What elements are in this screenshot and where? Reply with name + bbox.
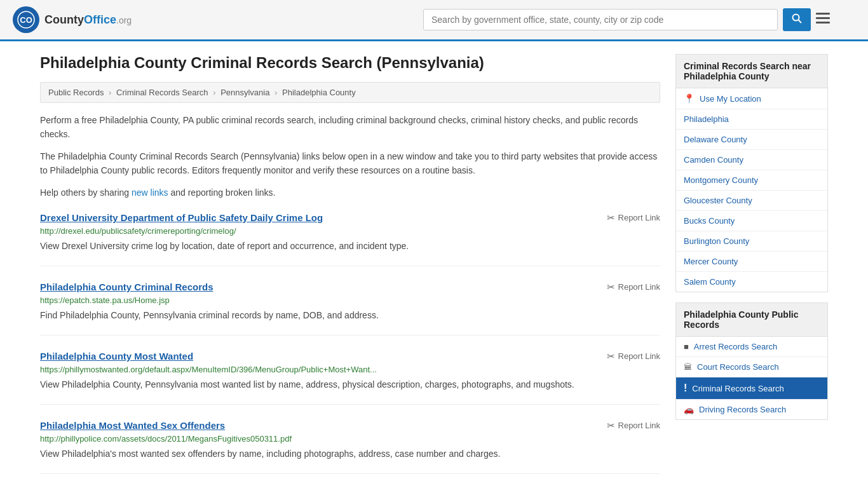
sidebar-link-gloucester-label: Gloucester County <box>684 196 752 205</box>
sidebar-link-philadelphia[interactable]: Philadelphia <box>676 109 827 130</box>
location-icon: 📍 <box>684 93 695 104</box>
result-title-2[interactable]: Philadelphia County Criminal Records <box>40 281 214 292</box>
sidebar: Criminal Records Search near Philadelphi… <box>675 54 828 488</box>
report-link-btn-2[interactable]: ✂ Report Link <box>607 281 660 293</box>
svg-rect-5 <box>816 17 830 19</box>
sidebar-link-camden-label: Camden County <box>684 155 743 165</box>
result-header-3: Philadelphia County Most Wanted ✂ Report… <box>40 351 660 362</box>
sidebar-link-burlington[interactable]: Burlington County <box>676 231 827 252</box>
result-header-4: Philadelphia Most Wanted Sex Offenders ✂… <box>40 420 660 431</box>
sidebar-link-bucks-label: Bucks County <box>684 216 735 226</box>
scissors-icon-4: ✂ <box>607 420 615 431</box>
sidebar-link-bucks[interactable]: Bucks County <box>676 211 827 231</box>
result-url-1: http://drexel.edu/publicsafety/crimerepo… <box>40 226 660 236</box>
bc-sep-2: › <box>213 88 215 97</box>
result-item: Drexel University Department of Public S… <box>40 212 660 266</box>
scissors-icon-1: ✂ <box>607 212 615 224</box>
nearby-section-title: Criminal Records Search near Philadelphi… <box>675 54 828 88</box>
sidebar-link-salem[interactable]: Salem County <box>676 272 827 292</box>
sidebar-link-gloucester[interactable]: Gloucester County <box>676 191 827 211</box>
description-text: The Philadelphia County Criminal Records… <box>40 149 660 178</box>
result-title-1[interactable]: Drexel University Department of Public S… <box>40 212 323 223</box>
report-link-label-4: Report Link <box>618 421 660 430</box>
scissors-icon-2: ✂ <box>607 281 615 293</box>
sidebar-link-delaware-label: Delaware County <box>684 135 747 144</box>
result-url-4: http://phillypolice.com/assets/docs/2011… <box>40 434 660 444</box>
report-link-label-2: Report Link <box>618 282 660 292</box>
search-area <box>423 8 830 31</box>
report-link-label-1: Report Link <box>618 213 660 222</box>
report-link-btn-3[interactable]: ✂ Report Link <box>607 351 660 362</box>
result-url-3: https://phillymostwanted.org/default.asp… <box>40 365 660 374</box>
bc-sep-1: › <box>109 88 111 97</box>
search-input[interactable] <box>423 9 778 30</box>
result-url-2: https://epatch.state.pa.us/Home.jsp <box>40 295 660 305</box>
svg-point-2 <box>793 15 799 21</box>
result-title-4[interactable]: Philadelphia Most Wanted Sex Offenders <box>40 420 225 431</box>
result-header: Drexel University Department of Public S… <box>40 212 660 224</box>
public-records-links: ■ Arrest Records Search 🏛 Court Records … <box>675 336 828 420</box>
use-my-location-label: Use My Location <box>700 94 761 104</box>
scissors-icon-3: ✂ <box>607 351 615 362</box>
svg-text:CO: CO <box>20 15 32 25</box>
breadcrumb-criminal-records[interactable]: Criminal Records Search <box>116 88 208 97</box>
public-records-section-title: Philadelphia County Public Records <box>675 302 828 336</box>
result-desc-2: Find Philadelphia County, Pennsylvania c… <box>40 309 660 322</box>
driving-icon: 🚗 <box>684 405 694 414</box>
svg-rect-6 <box>816 22 830 24</box>
svg-line-3 <box>799 20 802 24</box>
result-title-3[interactable]: Philadelphia County Most Wanted <box>40 351 193 362</box>
report-link-btn-4[interactable]: ✂ Report Link <box>607 420 660 431</box>
result-item-4: Philadelphia Most Wanted Sex Offenders ✂… <box>40 420 660 474</box>
nearby-links: 📍 Use My Location Philadelphia Delaware … <box>675 88 828 292</box>
sidebar-link-montgomery[interactable]: Montgomery County <box>676 170 827 191</box>
search-button[interactable] <box>783 8 811 31</box>
result-header-2: Philadelphia County Criminal Records ✂ R… <box>40 281 660 293</box>
sidebar-link-delaware[interactable]: Delaware County <box>676 130 827 150</box>
sidebar-link-camden[interactable]: Camden County <box>676 150 827 170</box>
result-desc-3: View Philadelphia County, Pennsylvania m… <box>40 378 660 391</box>
share-text-after: and reporting broken links. <box>168 187 276 198</box>
arrest-icon: ■ <box>684 342 689 351</box>
bc-sep-3: › <box>275 88 277 97</box>
criminal-icon: ! <box>684 383 687 394</box>
results-list: Drexel University Department of Public S… <box>40 212 660 488</box>
content-area: Philadelphia County Criminal Records Sea… <box>40 54 660 488</box>
header: CO CountyOffice.org <box>0 0 868 41</box>
page-title: Philadelphia County Criminal Records Sea… <box>40 54 660 72</box>
breadcrumb-philadelphia-county[interactable]: Philadelphia County <box>282 88 356 97</box>
use-my-location-link[interactable]: 📍 Use My Location <box>676 88 827 109</box>
sidebar-link-arrest-records[interactable]: ■ Arrest Records Search <box>676 337 827 357</box>
sidebar-link-mercer[interactable]: Mercer County <box>676 252 827 272</box>
sidebar-link-montgomery-label: Montgomery County <box>684 175 758 185</box>
logo-icon: CO <box>13 6 39 33</box>
main-container: Philadelphia County Criminal Records Sea… <box>27 41 841 488</box>
arrest-records-label: Arrest Records Search <box>694 342 778 351</box>
report-link-btn-1[interactable]: ✂ Report Link <box>607 212 660 224</box>
result-desc-1: View Drexel University crime log by loca… <box>40 240 660 253</box>
sidebar-link-court-records[interactable]: 🏛 Court Records Search <box>676 357 827 377</box>
court-records-label: Court Records Search <box>697 362 779 372</box>
share-text-before: Help others by sharing <box>40 187 132 198</box>
share-text: Help others by sharing new links and rep… <box>40 186 660 200</box>
criminal-records-label: Criminal Records Search <box>692 384 784 393</box>
sidebar-link-burlington-label: Burlington County <box>684 236 749 246</box>
sidebar-link-salem-label: Salem County <box>684 277 736 287</box>
report-link-label-3: Report Link <box>618 351 660 361</box>
sidebar-link-mercer-label: Mercer County <box>684 257 738 266</box>
sidebar-link-philadelphia-label: Philadelphia <box>684 114 729 124</box>
menu-button[interactable] <box>816 11 830 28</box>
logo-text: CountyOffice.org <box>44 13 132 27</box>
driving-records-label: Driving Records Search <box>699 405 786 414</box>
svg-rect-4 <box>816 13 830 15</box>
result-desc-4: View Philadelphia's most wanted sex offe… <box>40 447 660 461</box>
breadcrumb-public-records[interactable]: Public Records <box>48 88 104 97</box>
sidebar-link-criminal-records[interactable]: ! Criminal Records Search <box>676 377 827 400</box>
court-icon: 🏛 <box>684 362 692 372</box>
sidebar-link-driving-records[interactable]: 🚗 Driving Records Search <box>676 400 827 419</box>
intro-text: Perform a free Philadelphia County, PA p… <box>40 113 660 142</box>
result-item-2: Philadelphia County Criminal Records ✂ R… <box>40 281 660 336</box>
new-links-link[interactable]: new links <box>132 187 168 198</box>
logo-area: CO CountyOffice.org <box>13 6 132 33</box>
breadcrumb-pennsylvania[interactable]: Pennsylvania <box>220 88 269 97</box>
